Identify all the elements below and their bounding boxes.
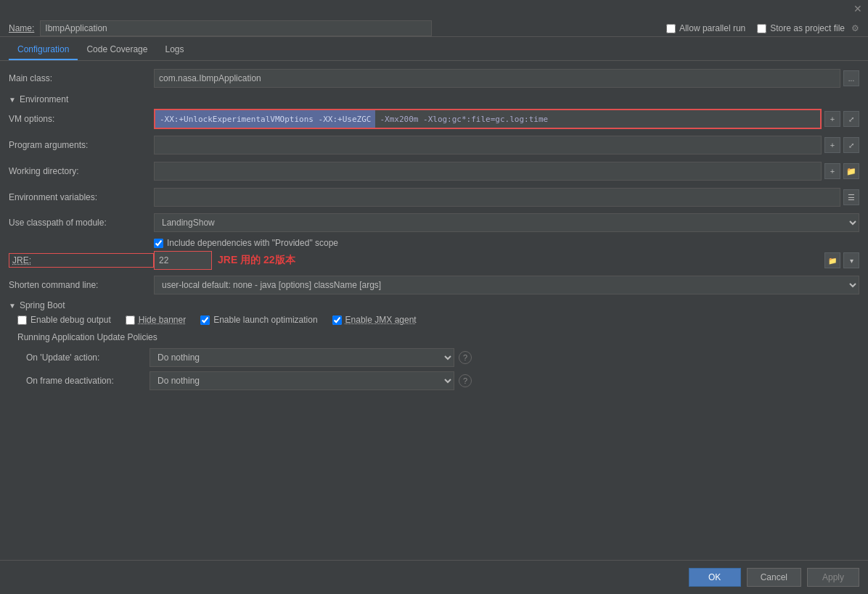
hide-banner-checkbox[interactable] bbox=[126, 315, 135, 325]
shorten-cmdline-row: Shorten command line: user-local default… bbox=[9, 276, 859, 294]
vm-options-expand-btn[interactable]: + bbox=[824, 111, 840, 127]
jre-annotation: JRE 用的 22版本 bbox=[218, 254, 295, 267]
store-project-label: Store as project file bbox=[770, 23, 845, 33]
on-frame-dropdown[interactable]: Do nothing Update classes and resources … bbox=[150, 371, 454, 390]
store-project-checkbox[interactable] bbox=[757, 24, 766, 33]
enable-launch-label[interactable]: Enable launch optimization bbox=[200, 315, 317, 325]
program-args-fullscreen-btn[interactable]: ⤢ bbox=[843, 137, 859, 153]
env-vars-edit-btn[interactable]: ☰ bbox=[843, 189, 859, 205]
shorten-cmdline-dropdown[interactable]: user-local default: none - java [options… bbox=[154, 276, 859, 294]
enable-launch-text: Enable launch optimization bbox=[213, 315, 317, 325]
jre-value-input[interactable] bbox=[154, 251, 212, 270]
on-frame-help-icon[interactable]: ? bbox=[459, 374, 472, 387]
environment-section-header: ▼ Environment bbox=[9, 94, 859, 104]
titlebar: ✕ bbox=[0, 0, 868, 15]
classpath-module-row: Use classpath of module: LandingShow bbox=[9, 213, 859, 232]
program-args-input[interactable] bbox=[154, 136, 822, 154]
spring-boot-checkboxes: Enable debug output Hide banner Enable l… bbox=[9, 315, 859, 325]
enable-launch-checkbox[interactable] bbox=[200, 315, 210, 325]
program-args-label: Program arguments: bbox=[9, 140, 154, 150]
enable-jmx-label[interactable]: Enable JMX agent bbox=[332, 315, 417, 325]
run-debug-dialog: ✕ Name: Allow parallel run Store as proj… bbox=[0, 0, 868, 594]
vm-options-part1: -XX:+UnlockExperimentalVMOptions -XX:+Us… bbox=[155, 110, 375, 128]
include-deps-text: Include dependencies with "Provided" sco… bbox=[167, 238, 338, 248]
include-deps-label[interactable]: Include dependencies with "Provided" sco… bbox=[154, 238, 338, 248]
tab-code-coverage[interactable]: Code Coverage bbox=[78, 40, 156, 60]
program-args-input-group: + ⤢ bbox=[154, 136, 859, 154]
env-vars-input[interactable] bbox=[154, 188, 840, 207]
environment-label: Environment bbox=[20, 94, 68, 104]
tab-logs[interactable]: Logs bbox=[156, 40, 192, 60]
hide-banner-text: Hide banner bbox=[139, 315, 186, 325]
gear-icon[interactable]: ⚙ bbox=[851, 23, 859, 33]
program-args-row: Program arguments: + ⤢ bbox=[9, 135, 859, 155]
env-vars-input-group: ☰ bbox=[154, 188, 859, 207]
enable-jmx-checkbox[interactable] bbox=[332, 315, 342, 325]
program-args-expand-btn[interactable]: + bbox=[824, 137, 840, 153]
on-frame-label: On frame deactivation: bbox=[26, 376, 150, 386]
env-vars-row: Environment variables: ☰ bbox=[9, 187, 859, 207]
jre-browse-btn[interactable]: 📁 bbox=[824, 252, 840, 268]
running-app-title: Running Application Update Policies bbox=[17, 332, 859, 342]
jre-label: JRE: bbox=[9, 253, 154, 268]
on-update-help-icon[interactable]: ? bbox=[459, 351, 472, 364]
cancel-button[interactable]: Cancel bbox=[747, 568, 801, 587]
working-dir-input[interactable] bbox=[154, 162, 822, 181]
vm-options-fullscreen-btn[interactable]: ⤢ bbox=[843, 111, 859, 127]
include-deps-checkbox[interactable] bbox=[154, 239, 163, 248]
on-update-row: On 'Update' action: Do nothing Update cl… bbox=[17, 348, 859, 367]
main-class-label: Main class: bbox=[9, 73, 154, 83]
classpath-module-label: Use classpath of module: bbox=[9, 218, 154, 228]
vm-options-input-container[interactable]: -XX:+UnlockExperimentalVMOptions -XX:+Us… bbox=[154, 109, 822, 129]
classpath-module-dropdown[interactable]: LandingShow bbox=[154, 213, 859, 232]
vm-options-label: VM options: bbox=[9, 114, 154, 124]
shorten-cmdline-label: Shorten command line: bbox=[9, 280, 154, 290]
hide-banner-label[interactable]: Hide banner bbox=[126, 315, 186, 325]
on-update-dropdown[interactable]: Do nothing Update classes and resources … bbox=[150, 348, 454, 367]
on-frame-deactivation-row: On frame deactivation: Do nothing Update… bbox=[17, 371, 859, 390]
allow-parallel-label: Allow parallel run bbox=[679, 23, 745, 33]
jre-input-section: JRE 用的 22版本 📁 ▾ bbox=[154, 251, 859, 270]
environment-collapse-icon[interactable]: ▼ bbox=[9, 96, 16, 104]
ok-button[interactable]: OK bbox=[689, 568, 741, 587]
on-update-label: On 'Update' action: bbox=[26, 352, 150, 363]
store-project-item: Store as project file ⚙ bbox=[757, 23, 859, 33]
include-deps-row: Include dependencies with "Provided" sco… bbox=[9, 238, 859, 248]
close-icon[interactable]: ✕ bbox=[853, 3, 862, 15]
name-input[interactable] bbox=[40, 20, 432, 36]
main-class-input-group: ... bbox=[154, 69, 859, 88]
enable-debug-text: Enable debug output bbox=[30, 315, 111, 325]
jre-row: JRE: JRE 用的 22版本 📁 ▾ bbox=[9, 251, 859, 270]
vm-options-row: VM options: -XX:+UnlockExperimentalVMOpt… bbox=[9, 109, 859, 129]
dialog-footer: OK Cancel Apply bbox=[0, 560, 868, 594]
working-dir-label: Working directory: bbox=[9, 166, 154, 176]
enable-debug-checkbox[interactable] bbox=[17, 315, 27, 325]
allow-parallel-item: Allow parallel run bbox=[666, 23, 745, 33]
enable-jmx-text: Enable JMX agent bbox=[345, 315, 417, 325]
working-dir-expand-btn[interactable]: + bbox=[824, 163, 840, 179]
running-app-section: Running Application Update Policies On '… bbox=[9, 332, 859, 390]
working-dir-row: Working directory: + 📁 bbox=[9, 161, 859, 181]
apply-button[interactable]: Apply bbox=[807, 568, 859, 587]
tabs-bar: Configuration Code Coverage Logs bbox=[0, 40, 868, 61]
header-checkboxes: Allow parallel run Store as project file… bbox=[666, 23, 859, 33]
spring-boot-label: Spring Boot bbox=[20, 300, 65, 310]
enable-debug-label[interactable]: Enable debug output bbox=[17, 315, 111, 325]
allow-parallel-checkbox[interactable] bbox=[666, 24, 676, 33]
spring-boot-section: ▼ Spring Boot Enable debug output Hide b… bbox=[9, 300, 859, 390]
spring-boot-collapse-icon[interactable]: ▼ bbox=[9, 302, 16, 310]
main-class-input[interactable] bbox=[154, 69, 840, 88]
jre-dropdown-btn[interactable]: ▾ bbox=[843, 252, 859, 268]
spring-boot-section-header: ▼ Spring Boot bbox=[9, 300, 859, 310]
env-vars-label: Environment variables: bbox=[9, 192, 154, 202]
dialog-header: Name: Allow parallel run Store as projec… bbox=[0, 15, 868, 37]
working-dir-input-group: + 📁 bbox=[154, 162, 859, 181]
name-label: Name: bbox=[9, 23, 34, 33]
main-class-row: Main class: ... bbox=[9, 68, 859, 88]
vm-options-part2: -Xmx200m -Xlog:gc*:file=gc.log:time bbox=[375, 110, 820, 128]
tab-content-configuration: Main class: ... ▼ Environment VM options… bbox=[0, 61, 868, 560]
working-dir-browse-btn[interactable]: 📁 bbox=[843, 163, 859, 179]
main-class-browse-btn[interactable]: ... bbox=[843, 70, 859, 86]
name-row: Name: bbox=[9, 20, 658, 36]
tab-configuration[interactable]: Configuration bbox=[9, 40, 78, 60]
